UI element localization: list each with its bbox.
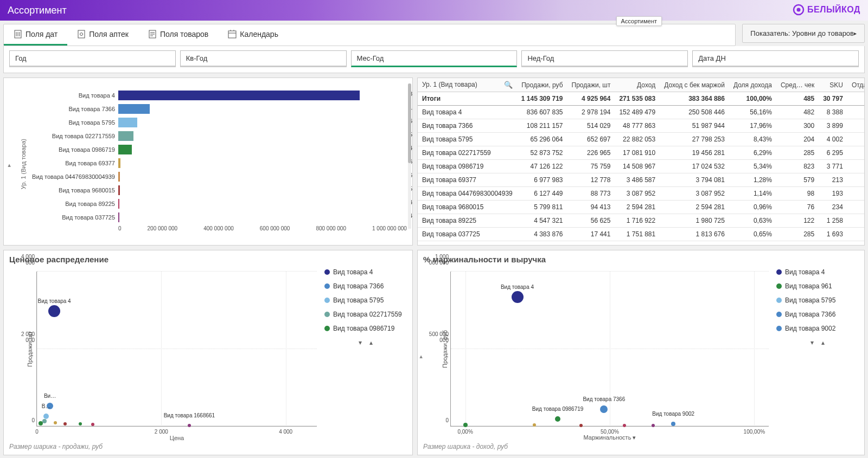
table-row[interactable]: Вид товара 0571550153 863 37994 1792 224… <box>418 241 864 246</box>
legend: Вид товара 4Вид товара 7366Вид товара 57… <box>320 266 407 442</box>
svg-rect-3 <box>78 30 85 38</box>
bar-row[interactable]: Вид товара 96800155 799 811 <box>29 184 407 197</box>
filter-dropdown[interactable]: Мес-Год <box>351 50 518 67</box>
column-header[interactable]: Сред… чек <box>776 78 819 92</box>
table-row[interactable]: Вид товара 96800155 799 81194 4132 594 2… <box>418 201 864 214</box>
table-row[interactable]: Вид товара 0377254 383 87617 4411 751 88… <box>418 228 864 241</box>
scatter-plot[interactable]: 0500 000 0001 000 000 0000,00%50,00%100,… <box>450 272 769 427</box>
legend-item[interactable]: Вид товара 5795 <box>776 296 859 304</box>
scatter-plot[interactable]: 02 000 0004 000 00002 0004 000Продажи, ш… <box>36 272 317 427</box>
tab-item[interactable]: Поля товаров <box>138 24 218 46</box>
chart-title: % маржинальности и выручка <box>423 255 859 264</box>
legend-item[interactable]: Вид товара 7366 <box>776 311 859 318</box>
column-header[interactable]: Продажи, шт <box>567 78 615 92</box>
bar-row[interactable]: Вид товара 7366108 211 157 <box>29 102 407 115</box>
scatter-point[interactable] <box>623 424 626 427</box>
legend-item[interactable]: Вид товара 0986719 <box>324 325 407 332</box>
expand-icon[interactable]: ▸ <box>5 164 12 167</box>
table-row[interactable]: Вид товара 7366108 211 157514 02948 777 … <box>418 119 864 133</box>
data-table: Ур. 1 (Вид товара) 🔍Продажи, рубПродажи,… <box>418 78 864 245</box>
chevron-down-icon[interactable]: ▾ <box>633 434 636 441</box>
column-header[interactable]: Доход <box>615 78 660 92</box>
bar-row[interactable]: Вид товара 4836 607 835 <box>29 89 407 102</box>
bar-row[interactable]: Вид товара 693776 977 983 <box>29 157 407 170</box>
chart-footer: Размер шарика - доход, руб <box>423 442 859 453</box>
scatter-point[interactable] <box>600 405 608 413</box>
scatter-point[interactable] <box>48 305 60 317</box>
legend-item[interactable]: Вид товара 9002 <box>776 325 859 332</box>
scatter-point[interactable] <box>533 423 536 427</box>
scatter-point[interactable] <box>579 424 583 427</box>
scatter-point[interactable] <box>39 421 43 425</box>
chevron-down-icon[interactable]: ▾ <box>810 339 814 346</box>
scatter-point[interactable] <box>54 421 57 424</box>
x-axis: 0200 000 000400 000 000600 000 000800 00… <box>118 224 407 231</box>
column-header[interactable]: Продажи, руб <box>517 78 567 92</box>
filter-dropdown[interactable]: Год <box>9 50 176 67</box>
column-header[interactable]: Отда с S <box>847 78 864 92</box>
bar-row[interactable]: Вид товара 02271755952 873 752 <box>29 130 407 143</box>
svg-point-4 <box>80 33 83 36</box>
chart-footer: Размер шарика - продажи, руб <box>9 442 407 453</box>
tab-item[interactable]: Календарь <box>218 24 288 46</box>
scatter-point[interactable] <box>188 424 191 427</box>
scatter-point[interactable] <box>42 419 47 423</box>
filter-dropdown[interactable]: Нед-Год <box>521 50 688 67</box>
legend-item[interactable]: Вид товара 961 <box>776 282 859 290</box>
table-row[interactable]: Вид товара 4836 607 8352 978 194152 489 … <box>418 106 864 119</box>
scatter-point[interactable] <box>91 423 94 426</box>
scatter-point[interactable] <box>512 291 524 303</box>
bar-row[interactable]: Вид товара 0447698300049396 127 449 <box>29 170 407 183</box>
table-row[interactable]: Вид товара 098671947 126 12275 75914 508… <box>418 160 864 173</box>
logo: БЕЛЫЙКОД <box>792 3 860 16</box>
svg-rect-6 <box>228 31 236 38</box>
table-row[interactable]: Вид товара 579565 296 064652 69722 882 0… <box>418 133 864 146</box>
scatter-point[interactable] <box>79 422 82 425</box>
filters-row: ГодКв-ГодМес-ГодНед-ГодДата ДН <box>3 46 865 73</box>
price-distribution-panel: Ценовое распределение 02 000 0004 000 00… <box>3 250 413 455</box>
bar-row[interactable]: Вид товара 892254 547 321 <box>29 197 407 210</box>
table-row[interactable]: Вид товара 892254 547 32156 6251 716 922… <box>418 214 864 228</box>
scatter-point[interactable] <box>555 416 560 422</box>
legend-item[interactable]: Вид товара 5795 <box>324 296 407 304</box>
legend-item[interactable]: Вид товара 7366 <box>324 282 407 290</box>
logo-icon <box>792 3 805 16</box>
chevron-down-icon[interactable]: ▾ <box>359 339 362 346</box>
table-row[interactable]: Вид товара 02271755952 873 752226 96517 … <box>418 146 864 160</box>
header: Ассортимент Ассортимент БЕЛЫЙКОД <box>0 0 868 21</box>
indicator-button[interactable]: Показатель: Уровни до товаров ▸ <box>742 24 865 43</box>
expand-icon[interactable]: ▸ <box>417 354 424 358</box>
chevron-right-icon: ▸ <box>854 30 857 36</box>
breadcrumb-tooltip: Ассортимент <box>616 16 662 26</box>
chevron-up-icon[interactable]: ▴ <box>821 339 825 346</box>
legend-item[interactable]: Вид товара 022717559 <box>324 311 407 318</box>
tab-item[interactable]: Поля дат <box>4 24 67 46</box>
filter-dropdown[interactable]: Дата ДН <box>692 50 859 67</box>
column-header[interactable]: Доля дохода <box>729 78 776 92</box>
top-tabs: Поля датПоля аптекПоля товаровКалендарь <box>3 24 736 46</box>
bar-row[interactable]: Вид товара 098671947 126 121 <box>29 143 407 156</box>
legend-item[interactable]: Вид товара 4 <box>776 268 859 276</box>
column-header[interactable]: SKU <box>819 78 847 92</box>
table-row[interactable]: Итоги1 145 309 7194 925 964271 535 08338… <box>418 92 864 106</box>
column-header[interactable]: Доход с бек маржой <box>660 78 729 92</box>
scatter-point[interactable] <box>652 424 655 427</box>
bar-row[interactable]: Вид товара 579565 296 064 <box>29 116 407 129</box>
scatter-point[interactable] <box>63 422 67 425</box>
scrollbar[interactable] <box>408 83 411 229</box>
scatter-point[interactable] <box>671 422 675 426</box>
filter-dropdown[interactable]: Кв-Год <box>180 50 347 67</box>
chart-title: Ценовое распределение <box>9 255 407 264</box>
table-row[interactable]: Вид товара 693776 977 98312 7783 486 587… <box>418 173 864 187</box>
legend-item[interactable]: Вид товара 4 <box>324 268 407 276</box>
bar-row[interactable]: Вид товара 0377254 383 876 <box>29 211 407 224</box>
column-header[interactable]: Ур. 1 (Вид товара) 🔍 <box>418 78 517 92</box>
bar-chart-y-label: Ур. 1 (Вид товара) <box>20 139 27 189</box>
chevron-up-icon[interactable]: ▴ <box>369 339 373 346</box>
table-row[interactable]: Вид товара 0447698300049396 127 44988 77… <box>418 187 864 201</box>
search-icon[interactable]: 🔍 <box>504 81 513 89</box>
scatter-point[interactable] <box>463 423 468 427</box>
tab-item[interactable]: Поля аптек <box>67 24 138 46</box>
scatter-point[interactable] <box>43 414 49 419</box>
bar-chart-panel: ▸ Ур. 1 (Вид товара) Вид товара 4836 607… <box>3 78 413 246</box>
